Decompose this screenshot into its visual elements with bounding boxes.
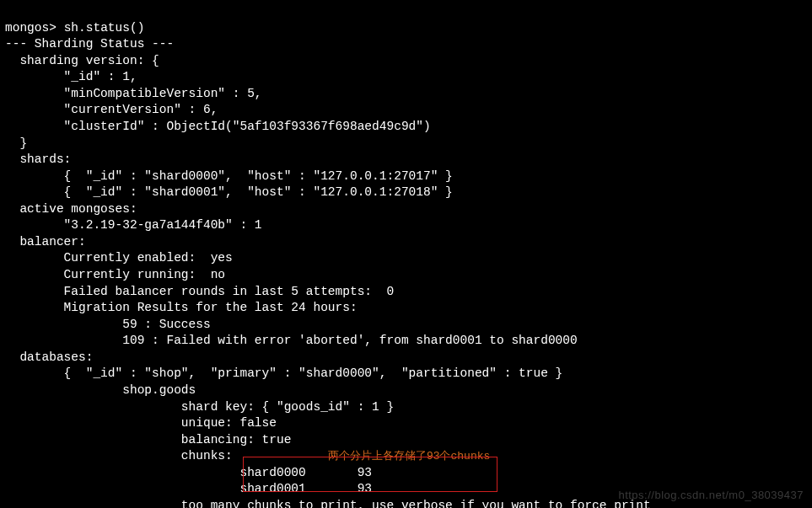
chunk-shard0000: shard0000 93 — [5, 466, 372, 479]
balancer-running: Currently running: no — [5, 268, 225, 281]
balancer-migration-header: Migration Results for the last 24 hours: — [5, 301, 358, 314]
terminal-output[interactable]: mongos> sh.status() --- Sharding Status … — [0, 0, 812, 508]
sv-current: "currentVersion" : 6, — [5, 103, 218, 116]
balancer-failed: Failed balancer rounds in last 5 attempt… — [5, 285, 394, 298]
sharding-version-open: sharding version: { — [5, 54, 159, 67]
sv-min-compat: "minCompatibleVersion" : 5, — [5, 87, 262, 100]
balancer-label: balancer: — [5, 235, 86, 249]
command-text: sh.status() — [64, 21, 145, 35]
shard-entry-0: { "_id" : "shard0000", "host" : "127.0.0… — [5, 169, 453, 183]
balancer-fail-msg: 109 : Failed with error 'aborted', from … — [5, 334, 578, 347]
databases-label: databases: — [5, 350, 93, 364]
sv-id: "_id" : 1, — [5, 70, 137, 83]
balancing-line: balancing: true — [5, 433, 291, 447]
prompt-text: mongos> — [5, 21, 64, 35]
sv-cluster-id: "clusterId" : ObjectId("5af103f93367f698… — [5, 120, 431, 133]
annotation-text: 两个分片上各存储了93个chunks — [328, 450, 490, 463]
too-many-chunks: too many chunks to print, use verbose if… — [5, 499, 651, 508]
chunks-label: chunks: — [5, 449, 233, 463]
shards-label: shards: — [5, 152, 71, 166]
db-shop: { "_id" : "shop", "primary" : "shard0000… — [5, 366, 562, 380]
shard-key: shard key: { "goods_id" : 1 } — [5, 400, 394, 414]
active-mongoses-value: "3.2.19-32-ga7a144f40b" : 1 — [5, 218, 262, 232]
balancer-enabled: Currently enabled: yes — [5, 251, 233, 265]
collection-goods: shop.goods — [5, 383, 196, 397]
active-mongoses-label: active mongoses: — [5, 202, 137, 216]
shard-entry-1: { "_id" : "shard0001", "host" : "127.0.0… — [5, 185, 453, 199]
watermark-text: https://blog.csdn.net/m0_38039437 — [618, 488, 804, 503]
status-header: --- Sharding Status --- — [5, 37, 174, 51]
chunk-shard0001: shard0001 93 — [5, 482, 372, 495]
balancer-success: 59 : Success — [5, 318, 211, 331]
unique-line: unique: false — [5, 416, 277, 430]
sharding-version-close: } — [5, 136, 27, 150]
